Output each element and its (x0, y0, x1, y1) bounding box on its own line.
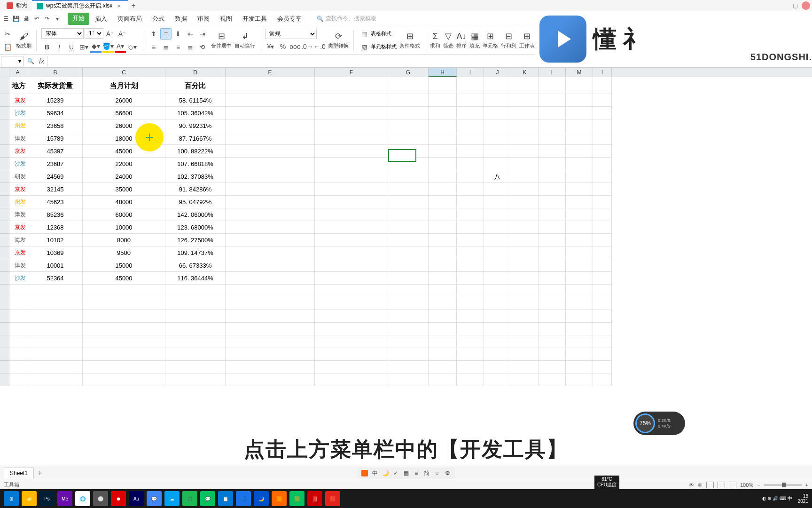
cell[interactable] (484, 208, 511, 221)
cell[interactable]: 58. 61154% (165, 94, 226, 107)
taskbar-item-4[interactable]: 🌐 (75, 491, 90, 506)
cell[interactable] (226, 285, 315, 297)
cell[interactable] (511, 170, 539, 183)
cell[interactable] (457, 234, 484, 246)
menu-icon[interactable]: ☰ (1, 14, 10, 24)
cell[interactable] (388, 310, 429, 323)
cell[interactable] (388, 145, 429, 158)
spreadsheet-grid[interactable]: ABCDEFGHIJKLMI 地方实际发货量当月计划百分比京发货15239260… (0, 68, 812, 466)
cell[interactable] (484, 310, 511, 323)
cell[interactable] (388, 259, 429, 272)
cell[interactable]: 22000 (83, 158, 165, 170)
cell[interactable] (9, 310, 28, 323)
menu-tab-6[interactable]: 视图 (215, 13, 237, 25)
cell[interactable] (429, 170, 457, 183)
cell[interactable] (9, 361, 28, 373)
cell[interactable]: 津发货 (9, 208, 28, 221)
cell[interactable] (457, 158, 484, 170)
cell[interactable]: 107. 66818% (165, 158, 226, 170)
cell[interactable]: 沙发货 (9, 158, 28, 170)
cell[interactable] (315, 285, 388, 297)
cell[interactable] (165, 297, 226, 310)
cell[interactable] (388, 119, 429, 132)
menu-tab-1[interactable]: 插入 (90, 13, 112, 25)
header-cell-K[interactable] (511, 77, 539, 94)
cell[interactable]: 10369 (28, 246, 83, 259)
cell[interactable] (593, 158, 612, 170)
cell[interactable] (226, 145, 315, 158)
cell[interactable] (429, 335, 457, 348)
cell[interactable]: 123. 68000% (165, 221, 226, 234)
cell[interactable]: 109. 14737% (165, 246, 226, 259)
cell[interactable] (83, 297, 165, 310)
cell[interactable] (539, 297, 566, 310)
table-style-icon[interactable]: ▦ (359, 28, 370, 40)
cell[interactable] (315, 234, 388, 246)
format-painter-button[interactable]: 🖌 格式刷 (16, 32, 31, 49)
cell[interactable] (484, 158, 511, 170)
cell[interactable] (226, 183, 315, 196)
cell[interactable] (165, 285, 226, 297)
cell[interactable] (539, 183, 566, 196)
cell[interactable] (484, 234, 511, 246)
cell[interactable] (315, 196, 388, 208)
cell[interactable] (566, 158, 593, 170)
header-cell-H[interactable] (429, 77, 457, 94)
cell[interactable] (429, 246, 457, 259)
taskbar-item-6[interactable]: ⏺ (111, 491, 126, 506)
cell[interactable] (511, 234, 539, 246)
cell[interactable] (511, 310, 539, 323)
cell[interactable] (566, 145, 593, 158)
cell[interactable] (511, 107, 539, 119)
cell[interactable] (226, 373, 315, 386)
cell[interactable] (388, 132, 429, 145)
cell[interactable] (593, 234, 612, 246)
cell[interactable] (593, 335, 612, 348)
taskbar-item-10[interactable]: 🎵 (182, 491, 197, 506)
cell[interactable] (484, 132, 511, 145)
cell[interactable] (566, 107, 593, 119)
cell[interactable] (484, 323, 511, 335)
sort-button[interactable]: A↓排序 (456, 32, 467, 49)
cell[interactable] (315, 259, 388, 272)
cell[interactable] (484, 297, 511, 310)
cell[interactable] (388, 285, 429, 297)
cell[interactable] (566, 94, 593, 107)
cell[interactable] (9, 373, 28, 386)
cell[interactable] (429, 234, 457, 246)
cell[interactable] (539, 310, 566, 323)
cell[interactable] (566, 196, 593, 208)
cell[interactable] (388, 335, 429, 348)
cell[interactable] (484, 348, 511, 361)
align-middle-icon[interactable]: ≡ (160, 28, 172, 40)
app-tab[interactable]: 稻壳 (2, 0, 32, 10)
taskbar-item-3[interactable]: Me (57, 491, 72, 506)
font-decrease-icon[interactable]: A⁻ (117, 28, 128, 40)
cell[interactable] (484, 361, 511, 373)
save-icon[interactable]: 💾 (11, 14, 21, 24)
cell[interactable]: 45397 (28, 145, 83, 158)
cell[interactable] (484, 94, 511, 107)
cell[interactable] (566, 246, 593, 259)
cell[interactable] (226, 208, 315, 221)
cell[interactable] (511, 94, 539, 107)
command-search[interactable]: 🔍 查找命令、搜索模板 (317, 15, 376, 23)
cell[interactable]: 85236 (28, 208, 83, 221)
cell[interactable] (226, 158, 315, 170)
cell[interactable] (593, 348, 612, 361)
cell[interactable]: 142. 06000% (165, 208, 226, 221)
viewmode-page-icon[interactable] (718, 482, 725, 488)
cell[interactable] (315, 119, 388, 132)
ime-icon-5[interactable]: ≡ (413, 469, 420, 477)
cell[interactable] (429, 323, 457, 335)
cell[interactable] (484, 272, 511, 285)
cell[interactable] (457, 208, 484, 221)
cell[interactable] (457, 132, 484, 145)
cell[interactable] (315, 335, 388, 348)
taskbar-item-16[interactable]: 🟩 (289, 491, 304, 506)
currency-icon[interactable]: ¥▾ (265, 41, 276, 52)
cell[interactable] (28, 335, 83, 348)
cell[interactable] (484, 259, 511, 272)
cell[interactable] (511, 259, 539, 272)
cell[interactable] (593, 145, 612, 158)
